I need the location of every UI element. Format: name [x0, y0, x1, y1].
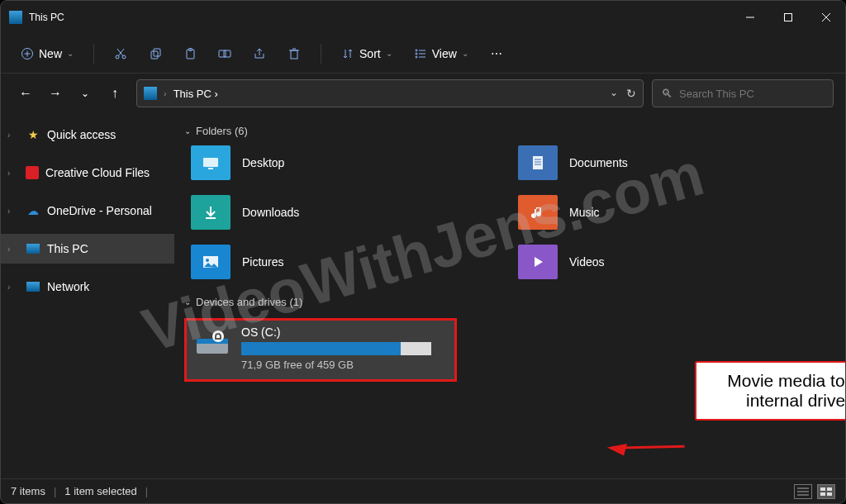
section-label: Devices and drives (1) [196, 296, 302, 308]
sidebar-item-onedrive[interactable]: › ☁ OneDrive - Personal [1, 196, 174, 226]
folder-icon [518, 145, 558, 180]
maximize-button[interactable] [769, 1, 807, 34]
chevron-down-icon: ⌄ [184, 297, 191, 307]
delete-button[interactable] [279, 39, 309, 69]
chevron-right-icon: › [164, 88, 167, 98]
folder-icon [518, 195, 558, 230]
svg-rect-28 [533, 156, 543, 169]
minimize-button[interactable] [731, 1, 769, 34]
folder-desktop[interactable]: Desktop [191, 145, 510, 180]
svg-line-10 [117, 49, 123, 56]
view-label: View [432, 47, 457, 60]
status-bar: 7 items | 1 item selected | [1, 478, 845, 503]
address-bar[interactable]: › This PC › ⌄ ↻ [136, 79, 644, 107]
svg-rect-44 [820, 492, 825, 496]
svg-point-33 [206, 259, 209, 262]
chevron-down-icon: ⌄ [184, 126, 191, 136]
cut-button[interactable] [106, 39, 135, 69]
svg-rect-43 [827, 487, 832, 491]
creative-cloud-icon [26, 166, 39, 179]
sidebar: › ★ Quick access › Creative Cloud Files … [1, 113, 174, 478]
chevron-right-icon: › [7, 207, 19, 216]
sidebar-item-quick-access[interactable]: › ★ Quick access [1, 120, 174, 150]
section-drives[interactable]: ⌄ Devices and drives (1) [184, 294, 837, 313]
sidebar-item-network[interactable]: › Network [1, 272, 174, 302]
drive-used-fill [241, 342, 401, 355]
chevron-down-icon: ⌄ [386, 49, 392, 58]
svg-point-36 [212, 330, 224, 342]
copy-button[interactable] [140, 39, 170, 69]
svg-rect-1 [785, 14, 792, 21]
svg-rect-26 [203, 158, 218, 167]
folder-pictures[interactable]: Pictures [191, 245, 510, 279]
forward-button[interactable]: → [42, 80, 69, 107]
folder-videos[interactable]: Videos [518, 245, 837, 279]
view-button[interactable]: View ⌄ [406, 39, 477, 69]
back-button[interactable]: ← [12, 80, 39, 107]
svg-line-9 [118, 49, 124, 56]
sort-button[interactable]: Sort ⌄ [333, 39, 401, 69]
svg-rect-35 [197, 339, 228, 344]
search-icon: 🔍︎ [661, 87, 673, 100]
close-button[interactable] [807, 1, 845, 34]
section-folders[interactable]: ⌄ Folders (6) [184, 123, 837, 142]
svg-rect-15 [219, 50, 226, 57]
folder-documents[interactable]: Documents [518, 145, 837, 180]
separator [93, 44, 94, 64]
svg-point-22 [416, 56, 417, 58]
search-input[interactable] [679, 88, 825, 100]
separator: | [145, 485, 148, 497]
annotation-callout: Movie media to an internal drive. [695, 361, 845, 421]
section-label: Folders (6) [196, 125, 248, 137]
chevron-right-icon: › [7, 283, 19, 292]
chevron-down-icon: ⌄ [67, 49, 74, 58]
window-title: This PC [29, 12, 731, 23]
sidebar-item-label: Creative Cloud Files [45, 166, 150, 179]
svg-rect-11 [151, 51, 158, 59]
chevron-right-icon: › [7, 245, 19, 254]
new-button[interactable]: New ⌄ [12, 39, 82, 69]
drive-icon [193, 326, 231, 359]
sort-label: Sort [359, 47, 381, 60]
sidebar-item-label: OneDrive - Personal [47, 204, 152, 217]
drive-os-c[interactable]: OS (C:) 71,9 GB free of 459 GB [193, 326, 448, 371]
search-box[interactable]: 🔍︎ [652, 79, 834, 107]
chevron-down-icon: ⌄ [462, 49, 468, 58]
svg-point-20 [416, 50, 417, 51]
status-selected-count: 1 item selected [64, 485, 136, 497]
new-label: New [39, 47, 62, 60]
toolbar: New ⌄ Sort ⌄ View ⌄ [1, 34, 845, 74]
sidebar-item-creative-cloud[interactable]: › Creative Cloud Files [1, 158, 174, 188]
drive-highlight-box: OS (C:) 71,9 GB free of 459 GB [184, 318, 457, 382]
more-button[interactable]: ⋯ [482, 39, 511, 69]
status-items-count: 7 items [11, 485, 45, 497]
folder-music[interactable]: Music [518, 195, 837, 230]
svg-point-21 [416, 53, 417, 55]
breadcrumb[interactable]: This PC › [173, 88, 603, 100]
share-button[interactable] [245, 39, 274, 69]
rename-button[interactable] [210, 39, 240, 69]
paste-button[interactable] [175, 39, 205, 69]
sidebar-item-label: Network [47, 280, 89, 293]
svg-rect-42 [820, 487, 825, 491]
svg-rect-27 [208, 168, 213, 169]
view-large-icons-button[interactable] [817, 484, 835, 499]
refresh-button[interactable]: ↻ [626, 87, 636, 100]
recent-button[interactable]: ⌄ [72, 80, 98, 107]
drive-free-text: 71,9 GB free of 459 GB [241, 359, 448, 371]
this-pc-icon [9, 11, 22, 24]
folder-icon [191, 245, 231, 279]
sidebar-item-this-pc[interactable]: › This PC [1, 234, 174, 264]
main-content: ⌄ Folders (6) Desktop Documents [174, 113, 845, 478]
chevron-down-icon[interactable]: ⌄ [610, 87, 618, 100]
folder-icon [191, 145, 231, 180]
up-button[interactable]: ↑ [102, 80, 128, 107]
this-pc-icon [144, 87, 157, 100]
svg-rect-17 [291, 50, 297, 59]
folder-downloads[interactable]: Downloads [191, 195, 510, 230]
view-details-button[interactable] [794, 484, 812, 499]
callout-text: Movie media to an internal drive. [727, 371, 845, 410]
folder-label: Desktop [242, 156, 284, 169]
drive-capacity-bar [241, 342, 431, 355]
network-icon [26, 279, 40, 294]
